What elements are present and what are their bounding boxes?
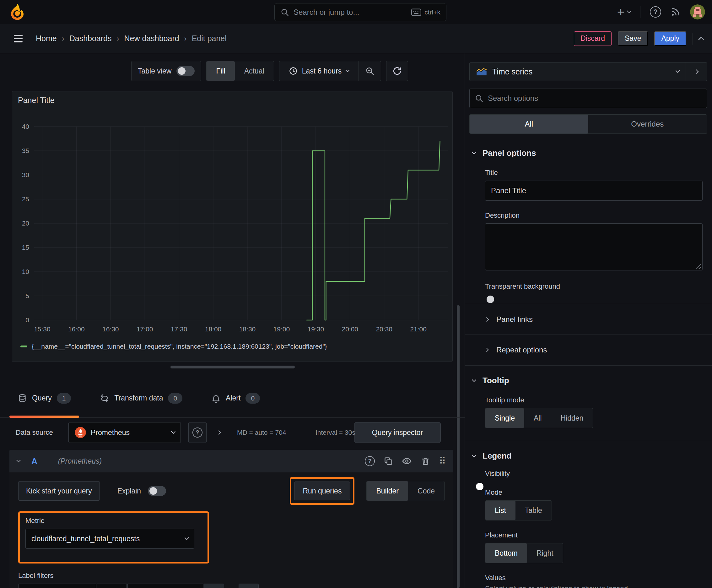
tab-all[interactable]: All: [470, 114, 588, 133]
builder-option[interactable]: Builder: [367, 481, 408, 501]
query-row-header[interactable]: A (Prometheus) ? ⠿: [9, 450, 453, 472]
tab-transform-data[interactable]: Transform data 0: [92, 379, 191, 417]
toggle-visibility-icon[interactable]: [402, 456, 412, 466]
select-label-dropdown[interactable]: Select label: [18, 584, 96, 588]
svg-text:17:30: 17:30: [171, 326, 188, 333]
chevron-down-icon: [185, 536, 189, 540]
legend-mode-table[interactable]: Table: [516, 501, 552, 520]
clock-icon: [289, 67, 298, 76]
time-range-label: Last 6 hours: [302, 67, 342, 76]
tab-overrides[interactable]: Overrides: [588, 114, 707, 133]
collapse-header-icon[interactable]: [698, 37, 704, 42]
panel-title-input[interactable]: [485, 181, 703, 201]
explain-toggle[interactable]: [148, 486, 166, 496]
legend-placement-right[interactable]: Right: [527, 543, 563, 563]
drag-handle-icon[interactable]: ⠿: [439, 456, 446, 466]
visualization-select[interactable]: Time series: [470, 63, 686, 81]
query-options-expander[interactable]: [217, 422, 220, 443]
refresh-icon: [392, 66, 402, 76]
query-inspector-button[interactable]: Query inspector: [354, 422, 441, 443]
operator-dropdown[interactable]: =: [97, 584, 127, 588]
legend-mode-label: Mode: [485, 488, 703, 497]
add-new-button[interactable]: +: [617, 11, 631, 13]
legend-series-label[interactable]: {__name__="cloudflared_tunnel_total_requ…: [32, 343, 327, 350]
help-icon[interactable]: ?: [650, 6, 661, 18]
zoom-out-button[interactable]: [359, 61, 381, 81]
kick-start-button[interactable]: Kick start your query: [18, 481, 100, 501]
fill-option[interactable]: Fill: [207, 61, 235, 81]
search-icon: [280, 8, 289, 17]
database-icon: [18, 394, 27, 403]
panel-options-header[interactable]: Panel options: [465, 148, 712, 158]
table-view-toggle[interactable]: [176, 66, 195, 76]
delete-icon[interactable]: [421, 456, 430, 466]
viz-suggestions-button[interactable]: [686, 63, 707, 81]
resize-handle-icon[interactable]: [696, 264, 701, 269]
news-icon[interactable]: [671, 7, 681, 17]
tab-query[interactable]: Query 1: [9, 379, 79, 417]
user-avatar[interactable]: [690, 4, 705, 19]
breadcrumb-home[interactable]: Home: [36, 34, 57, 43]
description-textarea[interactable]: [485, 223, 703, 270]
zoom-out-icon: [365, 66, 374, 76]
metric-label: Metric: [25, 517, 202, 525]
legend-placement-bottom[interactable]: Bottom: [486, 543, 527, 563]
tab-alert-label: Alert: [226, 394, 240, 402]
breadcrumb-new-dashboard[interactable]: New dashboard: [124, 34, 179, 43]
legend-values-helper: Select values or calculations to show in…: [485, 585, 703, 588]
global-search-input[interactable]: Search or jump to... ctrl+k: [274, 3, 447, 21]
duplicate-icon[interactable]: [384, 456, 393, 466]
apply-button[interactable]: Apply: [654, 31, 686, 46]
tooltip-mode-hidden[interactable]: Hidden: [551, 408, 593, 428]
tab-alert[interactable]: Alert 0: [203, 379, 268, 417]
top-nav: Search or jump to... ctrl+k + ?: [0, 0, 712, 24]
tooltip-mode-all[interactable]: All: [524, 408, 551, 428]
svg-text:10: 10: [22, 268, 29, 275]
prometheus-icon: [74, 426, 86, 439]
options-search-placeholder: Search options: [488, 94, 538, 103]
help-icon[interactable]: ?: [365, 456, 375, 466]
breadcrumb-dashboards[interactable]: Dashboards: [69, 34, 112, 43]
main-scrollbar[interactable]: [457, 305, 459, 588]
collapse-query-icon[interactable]: [16, 458, 21, 462]
code-option[interactable]: Code: [408, 481, 444, 501]
label-filters-section: Label filters Select label = Select valu…: [18, 572, 445, 588]
repeat-options-row[interactable]: Repeat options: [465, 335, 712, 365]
refresh-button[interactable]: [386, 61, 408, 81]
save-button[interactable]: Save: [618, 31, 648, 46]
svg-text:5: 5: [25, 292, 29, 299]
run-queries-button[interactable]: Run queries: [294, 482, 350, 500]
tooltip-mode-single[interactable]: Single: [486, 408, 524, 428]
pane-resize-handle[interactable]: [170, 365, 295, 369]
legend-header[interactable]: Legend: [465, 451, 712, 461]
panel-links-row[interactable]: Panel links: [465, 304, 712, 335]
datasource-help-button[interactable]: ?: [188, 422, 207, 443]
remove-filter-button[interactable]: ✕: [204, 584, 224, 588]
metric-select[interactable]: cloudflared_tunnel_total_requests: [25, 529, 194, 549]
chevron-down-icon: [345, 68, 350, 72]
description-label: Description: [485, 211, 703, 219]
legend-mode-list[interactable]: List: [486, 501, 516, 520]
menu-toggle-icon[interactable]: [14, 35, 23, 42]
options-filter-tabs: All Overrides: [469, 114, 707, 134]
breadcrumb: Home › Dashboards › New dashboard › Edit…: [36, 34, 226, 43]
section-panel-options: Panel options Title Description Transpar…: [465, 148, 712, 365]
select-value-dropdown[interactable]: Select value: [127, 584, 203, 588]
chevron-right-icon: [484, 317, 489, 321]
options-search[interactable]: Search options: [469, 89, 707, 108]
discard-button[interactable]: Discard: [574, 31, 611, 46]
breadcrumb-separator: ›: [117, 34, 119, 43]
actual-option[interactable]: Actual: [235, 61, 274, 81]
chevron-down-icon: [675, 68, 680, 73]
time-range-picker[interactable]: Last 6 hours: [279, 61, 359, 81]
query-editor-body: Kick start your query Explain Run querie…: [9, 472, 453, 588]
tooltip-header[interactable]: Tooltip: [465, 376, 712, 385]
transform-count-badge: 0: [168, 393, 182, 404]
add-filter-button[interactable]: +: [239, 584, 259, 588]
svg-text:15: 15: [22, 244, 29, 251]
datasource-picker[interactable]: Prometheus: [68, 422, 181, 443]
max-data-points-stat: MD = auto = 704: [237, 422, 286, 443]
svg-text:40: 40: [22, 123, 29, 130]
panel-options-title: Panel options: [482, 148, 536, 158]
grafana-logo-icon[interactable]: [8, 3, 26, 21]
